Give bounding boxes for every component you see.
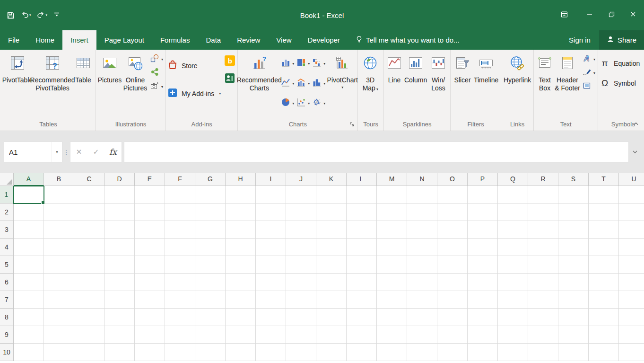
cell-F3[interactable] [165,221,195,239]
cell-B9[interactable] [44,326,74,344]
cell-T8[interactable] [589,309,619,326]
formula-input[interactable] [124,142,628,162]
cell-A4[interactable] [14,239,44,256]
cell-S2[interactable] [558,204,589,221]
insert-waterfall-chart-button[interactable]: ▾ [312,53,328,73]
cell-L1[interactable] [347,186,377,204]
customize-qat-button[interactable] [53,11,60,19]
cell-L9[interactable] [347,326,377,344]
cell-A2[interactable] [14,204,44,221]
pictures-button[interactable]: Pictures [97,50,122,116]
cell-N10[interactable] [407,344,437,361]
sign-in-button[interactable]: Sign in [560,30,599,50]
cell-E1[interactable] [135,186,165,204]
cell-G1[interactable] [195,186,226,204]
cell-Q9[interactable] [498,326,528,344]
cell-S4[interactable] [558,239,589,256]
cell-Q4[interactable] [498,239,528,256]
insert-radar-chart-button[interactable]: ▾ [312,93,328,113]
formula-bar-expand-icon[interactable] [629,150,641,154]
cell-H4[interactable] [226,239,256,256]
cell-J4[interactable] [286,239,316,256]
cancel-icon[interactable]: ✕ [70,148,87,156]
cell-I6[interactable] [256,274,286,291]
collapse-ribbon-icon[interactable] [633,120,639,128]
tab-insert[interactable]: Insert [62,30,96,50]
cell-U7[interactable] [619,291,644,309]
column-header-E[interactable]: E [135,173,165,186]
cell-M6[interactable] [377,274,407,291]
column-header-M[interactable]: M [377,173,407,186]
cell-C1[interactable] [74,186,104,204]
text-box-button[interactable]: Text Box [535,50,554,116]
cell-N6[interactable] [407,274,437,291]
cell-G5[interactable] [195,256,226,274]
cell-F2[interactable] [165,204,195,221]
insert-function-button[interactable]: fx [104,147,122,157]
column-header-U[interactable]: U [619,173,644,186]
cell-Q1[interactable] [498,186,528,204]
cell-H6[interactable] [226,274,256,291]
charts-dialog-launcher-icon[interactable] [349,121,355,128]
sparkline-column-button[interactable]: Column [403,50,428,116]
cell-K7[interactable] [316,291,347,309]
cell-M2[interactable] [377,204,407,221]
cell-P8[interactable] [468,309,498,326]
cell-S8[interactable] [558,309,589,326]
cell-I4[interactable] [256,239,286,256]
cell-D2[interactable] [104,204,135,221]
share-button[interactable]: Share [599,30,644,50]
store-button[interactable]: Store [167,52,221,80]
cell-S6[interactable] [558,274,589,291]
tab-review[interactable]: Review [229,30,268,50]
recommended-charts-button[interactable]: ? Recommended Charts [239,50,279,116]
tab-file[interactable]: File [0,30,27,50]
cell-S5[interactable] [558,256,589,274]
cell-C4[interactable] [74,239,104,256]
column-header-N[interactable]: N [407,173,437,186]
column-header-T[interactable]: T [589,173,619,186]
cell-J3[interactable] [286,221,316,239]
cell-D9[interactable] [104,326,135,344]
cell-O1[interactable] [437,186,468,204]
cell-O7[interactable] [437,291,468,309]
object-button[interactable] [583,82,595,91]
cell-B8[interactable] [44,309,74,326]
cell-B5[interactable] [44,256,74,274]
column-header-J[interactable]: J [286,173,316,186]
column-header-F[interactable]: F [165,173,195,186]
cell-D7[interactable] [104,291,135,309]
cell-J2[interactable] [286,204,316,221]
cell-E3[interactable] [135,221,165,239]
cell-A6[interactable] [14,274,44,291]
column-header-K[interactable]: K [316,173,347,186]
cell-U8[interactable] [619,309,644,326]
cell-C10[interactable] [74,344,104,361]
select-all-button[interactable] [0,173,14,186]
cell-T6[interactable] [589,274,619,291]
cell-T9[interactable] [589,326,619,344]
cell-U4[interactable] [619,239,644,256]
cell-Q5[interactable] [498,256,528,274]
cell-J8[interactable] [286,309,316,326]
column-header-I[interactable]: I [256,173,286,186]
cell-P3[interactable] [468,221,498,239]
3d-map-button[interactable]: 3D Map▾ [359,50,381,116]
row-header-5[interactable]: 5 [0,256,14,274]
cell-L4[interactable] [347,239,377,256]
row-header-8[interactable]: 8 [0,309,14,326]
cell-D5[interactable] [104,256,135,274]
cell-U2[interactable] [619,204,644,221]
restore-button[interactable] [600,0,622,30]
cell-G10[interactable] [195,344,226,361]
cell-L8[interactable] [347,309,377,326]
signature-line-button[interactable]: ▾ [583,68,595,78]
cell-E6[interactable] [135,274,165,291]
cell-L3[interactable] [347,221,377,239]
symbol-button[interactable]: Ω Symbol [600,73,644,93]
cell-N1[interactable] [407,186,437,204]
insert-line-chart-button[interactable]: ▾ [281,73,296,93]
cell-S7[interactable] [558,291,589,309]
cell-M8[interactable] [377,309,407,326]
cell-I7[interactable] [256,291,286,309]
